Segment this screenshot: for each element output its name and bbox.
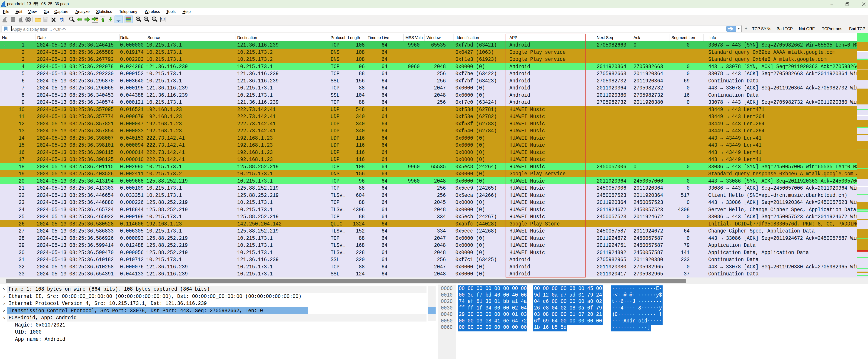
svg-text:−: − bbox=[145, 17, 147, 21]
svg-text:=: = bbox=[153, 17, 155, 21]
svg-text:+: + bbox=[137, 17, 139, 21]
